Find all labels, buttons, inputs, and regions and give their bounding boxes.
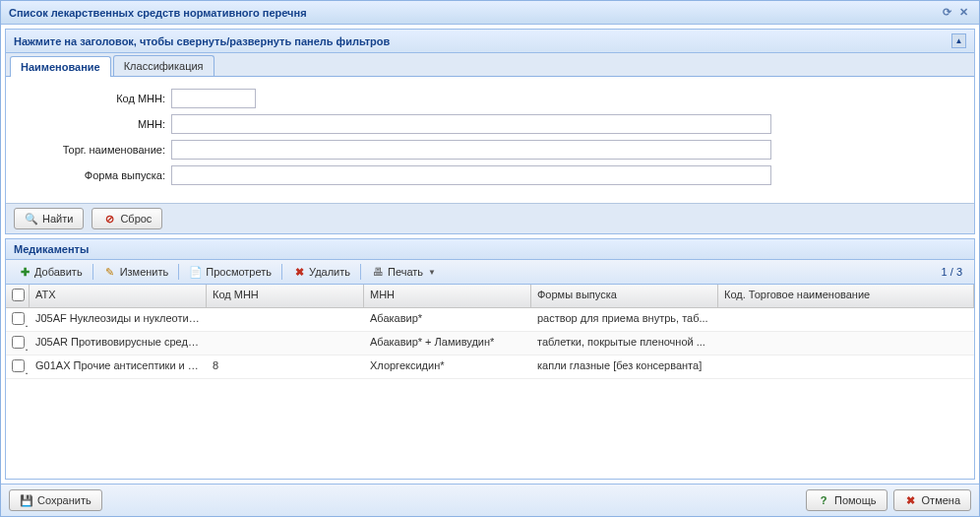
tab-name[interactable]: Наименование <box>10 56 111 77</box>
window-title-text: Список лекарственных средств нормативног… <box>9 7 307 19</box>
find-button[interactable]: 🔍 Найти <box>14 208 84 229</box>
form-label: Форма выпуска: <box>14 169 171 181</box>
table-row[interactable]: J05AR Противовирусные средст... Абакавир… <box>6 332 974 355</box>
cell-atc: J05AR Противовирусные средст... <box>30 332 207 355</box>
cell-atc: J05AF Нуклеозиды и нуклеотид... <box>30 308 207 331</box>
delete-label: Удалить <box>309 266 350 278</box>
print-icon: 🖶 <box>371 265 385 279</box>
edit-button[interactable]: ✎ Изменить <box>97 263 175 281</box>
reset-button[interactable]: ⊘ Сброс <box>92 208 162 229</box>
close-icon[interactable]: ✕ <box>956 5 971 20</box>
help-label: Помощь <box>834 494 877 506</box>
edit-label: Изменить <box>120 266 169 278</box>
view-icon: 📄 <box>189 265 203 279</box>
save-label: Сохранить <box>37 494 92 506</box>
table-row[interactable]: G01AX Прочие антисептики и п... 8 Хлорге… <box>6 355 974 379</box>
save-button[interactable]: 💾 Сохранить <box>9 489 102 511</box>
search-icon: 🔍 <box>25 212 38 226</box>
tab-classification[interactable]: Классификация <box>113 55 214 76</box>
trade-name-label: Торг. наименование: <box>14 144 171 156</box>
code-mnn-input[interactable] <box>171 89 256 108</box>
mnn-input[interactable] <box>171 114 771 134</box>
col-atc[interactable]: АТХ <box>30 285 207 307</box>
add-icon: ✚ <box>18 265 31 279</box>
chevron-down-icon: ▼ <box>428 268 436 277</box>
col-mnn[interactable]: МНН <box>364 285 531 307</box>
row-checkbox[interactable] <box>6 308 30 331</box>
grid-header: АТХ Код МНН МНН Формы выпуска Код. Торго… <box>6 285 974 308</box>
delete-button[interactable]: ✖ Удалить <box>286 263 356 281</box>
window-titlebar: Список лекарственных средств нормативног… <box>1 1 979 25</box>
reset-button-label: Сброс <box>120 213 152 225</box>
collapse-up-icon[interactable]: ▲ <box>951 33 966 48</box>
toolbar-separator <box>360 264 361 280</box>
view-label: Просмотреть <box>206 266 272 278</box>
grid-toolbar: ✚ Добавить ✎ Изменить 📄 Просмотреть ✖ Уд… <box>6 260 974 285</box>
cancel-button[interactable]: ✖ Отмена <box>893 489 971 511</box>
cell-atc: G01AX Прочие антисептики и п... <box>30 355 207 378</box>
cell-mnn: Абакавир* + Ламивудин* <box>364 332 531 355</box>
delete-icon: ✖ <box>292 265 306 279</box>
window-tools: ⟳ ✕ <box>940 5 971 20</box>
code-mnn-label: Код МНН: <box>14 93 171 104</box>
cell-form: таблетки, покрытые пленочной ... <box>531 332 718 355</box>
grid-body: J05AF Нуклеозиды и нуклеотид... Абакавир… <box>6 308 974 479</box>
cell-mnn: Абакавир* <box>364 308 531 331</box>
filter-button-bar: 🔍 Найти ⊘ Сброс <box>6 203 974 233</box>
cell-trade <box>718 332 974 355</box>
cell-mnn: Хлоргексидин* <box>364 355 531 378</box>
col-trade[interactable]: Код. Торговое наименование <box>718 285 974 307</box>
reset-icon: ⊘ <box>102 212 116 226</box>
grid-title: Медикаменты <box>6 239 974 260</box>
cancel-icon: ✖ <box>904 493 918 507</box>
cell-trade <box>718 308 974 331</box>
mnn-label: МНН: <box>14 118 171 130</box>
form-input[interactable] <box>171 165 771 185</box>
row-checkbox[interactable] <box>6 355 30 378</box>
header-checkbox[interactable] <box>6 285 30 307</box>
print-button[interactable]: 🖶 Печать ▼ <box>365 263 442 281</box>
find-button-label: Найти <box>42 213 73 225</box>
add-button[interactable]: ✚ Добавить <box>12 263 89 281</box>
page-info: 1 / 3 <box>942 266 968 278</box>
toolbar-separator <box>281 264 282 280</box>
help-icon: ? <box>817 493 830 507</box>
window: Список лекарственных средств нормативног… <box>0 0 980 517</box>
table-row[interactable]: J05AF Нуклеозиды и нуклеотид... Абакавир… <box>6 308 974 332</box>
cancel-label: Отмена <box>922 494 960 506</box>
filter-panel: Нажмите на заголовок, чтобы свернуть/раз… <box>5 29 975 234</box>
cell-form: раствор для приема внутрь, таб... <box>531 308 718 331</box>
print-label: Печать <box>388 266 423 278</box>
filter-form: Код МНН: МНН: Торг. наименование: Форма … <box>6 77 974 203</box>
refresh-icon[interactable]: ⟳ <box>940 5 954 20</box>
cell-code <box>207 308 364 331</box>
cell-trade <box>718 355 974 378</box>
trade-name-input[interactable] <box>171 140 771 160</box>
filter-header[interactable]: Нажмите на заголовок, чтобы свернуть/раз… <box>6 30 974 53</box>
filter-header-text: Нажмите на заголовок, чтобы свернуть/раз… <box>14 35 390 47</box>
add-label: Добавить <box>34 266 83 278</box>
save-icon: 💾 <box>20 493 33 507</box>
toolbar-separator <box>178 264 179 280</box>
edit-icon: ✎ <box>103 265 117 279</box>
cell-code: 8 <box>207 355 364 378</box>
view-button[interactable]: 📄 Просмотреть <box>183 263 277 281</box>
row-checkbox[interactable] <box>6 332 30 355</box>
cell-code <box>207 332 364 355</box>
cell-form: капли глазные [без консерванта] <box>531 355 718 378</box>
col-code[interactable]: Код МНН <box>207 285 364 307</box>
help-button[interactable]: ? Помощь <box>806 489 888 511</box>
toolbar-separator <box>92 264 93 280</box>
col-form[interactable]: Формы выпуска <box>531 285 718 307</box>
filter-tabs: Наименование Классификация <box>6 53 974 77</box>
footer: 💾 Сохранить ? Помощь ✖ Отмена <box>1 484 979 516</box>
grid-panel: Медикаменты ✚ Добавить ✎ Изменить 📄 Прос… <box>5 238 975 480</box>
